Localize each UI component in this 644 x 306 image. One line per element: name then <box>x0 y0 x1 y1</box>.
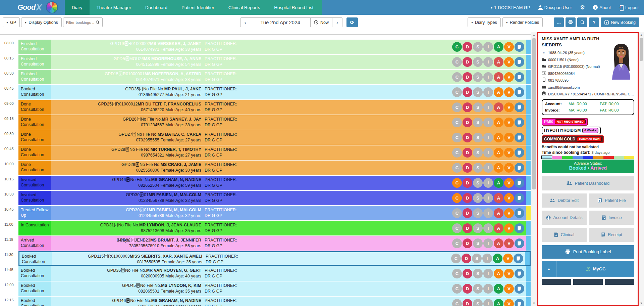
booking-row[interactable]: 09:15 Done Consultation GPD26No File No.… <box>0 115 531 130</box>
note-icon[interactable] <box>515 178 524 188</box>
status-icon-c[interactable]: C <box>452 57 462 67</box>
scrollbar-thumb[interactable] <box>532 38 536 189</box>
status-icon-s[interactable]: S <box>473 133 483 142</box>
status-icon-v[interactable]: V <box>504 193 514 203</box>
note-icon[interactable] <box>515 148 524 158</box>
status-icon-a[interactable]: A <box>494 284 503 294</box>
status-icon-i[interactable]: I <box>483 72 493 82</box>
status-icon-d[interactable]: D <box>463 42 472 52</box>
status-icon-i[interactable]: I <box>483 178 493 188</box>
note-icon[interactable] <box>515 163 524 173</box>
mygc-stub-button[interactable] <box>573 279 602 285</box>
status-icon-i[interactable]: I <box>483 163 493 173</box>
status-icon-v[interactable]: V <box>504 223 514 233</box>
status-icon-a[interactable]: A <box>494 102 503 112</box>
note-icon[interactable] <box>515 102 524 112</box>
nav-tab-clinical-reports[interactable]: Clinical Reports <box>221 0 267 15</box>
status-icon-d[interactable]: D <box>463 208 472 218</box>
status-icon-d[interactable]: D <box>463 102 472 112</box>
print-booking-label-button[interactable]: Print Booking Label <box>542 245 634 259</box>
status-icon-c[interactable]: C <box>452 223 462 233</box>
scroll-up-icon[interactable]: ▲ <box>639 33 644 37</box>
booking-row[interactable]: 08:30 Finished Consultation GPD15R010000… <box>0 70 531 84</box>
note-icon[interactable] <box>515 57 524 67</box>
status-icon-i[interactable]: I <box>483 87 493 97</box>
diary-types-dropdown[interactable]: ▾Diary Types <box>468 17 501 27</box>
status-strip-segment[interactable] <box>583 156 593 159</box>
status-icon-v[interactable]: V <box>503 254 513 263</box>
status-icon-d[interactable]: D <box>463 299 472 306</box>
status-icon-v[interactable]: V <box>504 208 514 218</box>
note-icon[interactable] <box>515 193 524 203</box>
status-icon-d[interactable]: D <box>463 87 472 97</box>
note-icon[interactable] <box>515 118 524 127</box>
note-icon[interactable] <box>515 299 524 306</box>
status-icon-d[interactable]: D <box>463 193 472 203</box>
note-icon[interactable] <box>515 223 524 233</box>
status-icon-s[interactable]: S <box>473 208 483 218</box>
booking-row[interactable]: 08:15 Finished Consultation GPD5MOU26MS … <box>0 55 531 69</box>
display-options-dropdown[interactable]: ▾Display Options <box>21 17 62 27</box>
status-icon-s[interactable]: S <box>473 57 483 67</box>
status-icon-c[interactable]: C <box>452 284 462 294</box>
practice-selector[interactable]: ▾1-DOCSTEAM GP <box>491 5 530 10</box>
status-strip-segment[interactable] <box>603 156 614 159</box>
status-icon-d[interactable]: D <box>463 72 472 82</box>
hypothyroidism-chip[interactable]: HYPOTHYROIDISM6 Weeks <box>542 127 601 134</box>
status-icon-a[interactable]: A <box>494 87 503 97</box>
mygc-stub-button[interactable] <box>605 279 634 285</box>
prev-day-button[interactable]: ‹ <box>240 17 250 27</box>
status-icon-s[interactable]: S <box>473 269 483 278</box>
status-icon-s[interactable]: S <box>473 223 483 233</box>
note-icon[interactable] <box>515 269 524 278</box>
scroll-down-icon[interactable]: ▼ <box>639 302 644 305</box>
status-icon-v[interactable]: V <box>504 148 514 158</box>
status-icon-v[interactable]: V <box>504 163 514 173</box>
status-icon-d[interactable]: D <box>463 163 472 173</box>
status-icon-a[interactable]: A <box>494 208 503 218</box>
status-icon-c[interactable]: C <box>452 299 462 306</box>
status-icon-d[interactable]: D <box>462 254 471 263</box>
status-icon-s[interactable]: S <box>472 254 482 263</box>
status-icon-i[interactable]: I <box>483 57 493 67</box>
status-icon-a[interactable]: A <box>494 238 503 248</box>
status-icon-c[interactable]: C <box>452 102 462 112</box>
status-icon-s[interactable]: S <box>473 102 483 112</box>
status-color-strip[interactable] <box>542 156 634 159</box>
status-strip-segment[interactable] <box>624 156 634 159</box>
print-button[interactable] <box>566 17 576 27</box>
about-link[interactable]: iAbout <box>593 5 611 10</box>
note-icon[interactable] <box>515 72 524 82</box>
patient-dashboard-button[interactable]: Patient Dashboard <box>542 176 634 190</box>
note-icon[interactable] <box>515 87 524 97</box>
status-icon-v[interactable]: V <box>504 178 514 188</box>
mygc-collapse-button[interactable]: ▲ <box>542 261 556 277</box>
status-icon-a[interactable]: A <box>494 178 503 188</box>
status-icon-s[interactable]: S <box>473 299 483 306</box>
mygc-stub-button[interactable] <box>542 279 571 285</box>
booking-row[interactable]: 12:00 Booked Consultation GPD45No File N… <box>0 281 531 296</box>
status-icon-a[interactable]: A <box>494 193 503 203</box>
booking-row[interactable]: 11:30 Booked Consultation GPD115R0100000… <box>0 251 531 266</box>
now-button[interactable]: Now <box>311 17 332 27</box>
status-icon-i[interactable]: I <box>483 284 493 294</box>
date-field[interactable]: Tue 2nd Apr 2024 <box>250 17 311 27</box>
status-icon-c[interactable]: C <box>452 148 462 158</box>
status-icon-c[interactable]: C <box>452 178 462 188</box>
status-icon-v[interactable]: V <box>504 118 514 127</box>
status-icon-a[interactable]: A <box>493 254 502 263</box>
note-icon[interactable] <box>515 238 524 248</box>
status-icon-d[interactable]: D <box>463 57 472 67</box>
status-icon-v[interactable]: V <box>504 299 514 306</box>
page-scrollbar[interactable]: ▲ ▼ <box>639 32 644 306</box>
render-policies-dropdown[interactable]: ▾Render Policies <box>502 17 543 27</box>
booking-row[interactable]: 12:15 Booked Consultation GPD46No File N… <box>0 297 531 306</box>
more-options-button[interactable]: ... <box>554 17 564 27</box>
status-icon-s[interactable]: S <box>473 163 483 173</box>
status-icon-i[interactable]: I <box>483 118 493 127</box>
status-icon-i[interactable]: I <box>483 193 493 203</box>
status-icon-d[interactable]: D <box>463 223 472 233</box>
status-icon-a[interactable]: A <box>494 299 503 306</box>
status-icon-v[interactable]: V <box>504 72 514 82</box>
booking-row[interactable]: 11:45 Booked Consultation GPD36No File N… <box>0 266 531 281</box>
